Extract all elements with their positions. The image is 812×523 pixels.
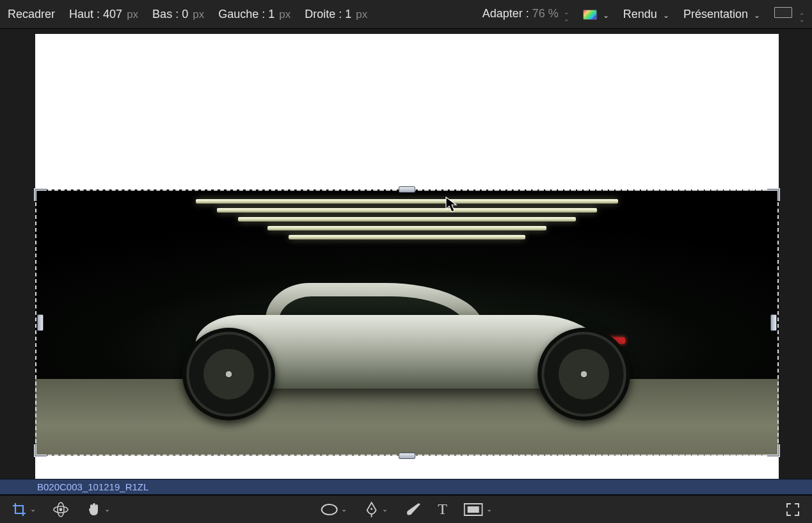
rotate-3d-tool-button[interactable] — [52, 501, 69, 518]
text-tool-button[interactable]: T — [438, 501, 447, 518]
color-wheel-icon — [583, 10, 597, 20]
svg-point-5 — [370, 508, 372, 510]
crop-handle-top[interactable] — [399, 186, 415, 193]
crop-readout-group: Recadrer Haut : 407 px Bas : 0 px Gauche… — [8, 8, 367, 21]
presentation-label: Présentation — [683, 8, 748, 20]
crop-bottom-value[interactable]: 0 — [182, 8, 188, 20]
crop-right-label: Droite : — [305, 8, 342, 20]
crop-right-value[interactable]: 1 — [345, 8, 351, 20]
crop-left-value[interactable]: 1 — [268, 8, 275, 20]
top-toolbar: Recadrer Haut : 407 px Bas : 0 px Gauche… — [0, 0, 812, 29]
crop-handle-right[interactable] — [770, 314, 777, 331]
px-unit: px — [356, 8, 367, 20]
px-unit: px — [279, 8, 291, 20]
crop-bottom-field[interactable]: Bas : 0 px — [152, 8, 204, 21]
px-unit: px — [127, 8, 138, 20]
crop-handle-bottom[interactable] — [399, 453, 415, 459]
crop-tool-button[interactable]: ⌄ — [12, 502, 36, 517]
svg-point-2 — [60, 508, 63, 511]
title-safe-button[interactable]: ⌄ — [464, 503, 492, 516]
chevron-down-icon: ⌄ — [663, 11, 669, 20]
canvas-content — [35, 34, 779, 479]
chevron-down-icon: ⌄ — [754, 11, 760, 20]
presentation-menu[interactable]: Présentation ⌄ — [683, 8, 760, 21]
hand-tool-button[interactable]: ⌄ — [86, 502, 110, 517]
crop-handle-left[interactable] — [37, 314, 44, 331]
pen-tool-button[interactable]: ⌄ — [363, 501, 388, 518]
fit-stepper-icon[interactable]: ⌃⌄ — [564, 13, 569, 21]
crop-left-label: Gauche : — [218, 8, 265, 20]
chevron-down-icon: ⌄ — [382, 505, 388, 513]
aspect-ratio-icon — [774, 7, 792, 18]
bottom-toolbar: ⌄ ⌄ ⌄ ⌄ T ⌄ — [0, 495, 812, 523]
brush-tool-button[interactable] — [404, 502, 421, 517]
fit-value[interactable]: 76 — [532, 7, 545, 20]
aspect-ratio-menu[interactable]: ⌃⌄ — [774, 7, 804, 22]
percent-unit: % — [548, 7, 559, 20]
viewer-canvas[interactable] — [0, 29, 812, 479]
viewer-window: Recadrer Haut : 407 px Bas : 0 px Gauche… — [0, 0, 812, 523]
color-channel-picker[interactable]: ⌄ — [583, 8, 609, 21]
expand-viewer-button[interactable] — [785, 502, 800, 517]
crop-top-field[interactable]: Haut : 407 px — [69, 8, 138, 21]
mask-shape-button[interactable]: ⌄ — [320, 503, 347, 516]
chevron-down-icon: ⌄ — [30, 505, 36, 513]
top-toolbar-right: Adapter : 76 % ⌃⌄ ⌄ Rendu ⌄ Présentation… — [482, 7, 804, 22]
chevron-down-icon: ⌄ — [603, 11, 609, 20]
px-unit: px — [193, 8, 204, 20]
render-label: Rendu — [623, 8, 657, 20]
crop-bottom-label: Bas : — [152, 8, 179, 20]
crop-top-value[interactable]: 407 — [103, 8, 122, 20]
render-menu[interactable]: Rendu ⌄ — [623, 8, 669, 21]
chevron-down-icon: ⌄ — [104, 505, 110, 513]
svg-rect-7 — [468, 506, 479, 513]
clip-name-label: B020C003_101219_R1ZL — [37, 481, 148, 492]
crop-rectangle[interactable] — [35, 189, 779, 456]
crop-handle-top-left[interactable] — [34, 188, 48, 202]
crop-right-field[interactable]: Droite : 1 px — [305, 8, 367, 21]
crop-handle-bottom-left[interactable] — [34, 443, 48, 457]
crop-mode-label[interactable]: Recadrer — [8, 8, 55, 21]
fit-label: Adapter : — [482, 7, 529, 20]
crop-top-label: Haut : — [69, 8, 100, 20]
aspect-stepper-icon[interactable]: ⌃⌄ — [799, 14, 804, 22]
chevron-down-icon: ⌄ — [486, 505, 492, 513]
crop-left-field[interactable]: Gauche : 1 px — [218, 8, 291, 21]
crop-handle-bottom-right[interactable] — [766, 443, 780, 457]
clip-name-bar[interactable]: B020C003_101219_R1ZL — [0, 479, 812, 495]
chevron-down-icon: ⌄ — [341, 505, 347, 513]
fit-zoom-control[interactable]: Adapter : 76 % ⌃⌄ — [482, 7, 569, 21]
svg-point-3 — [321, 504, 337, 515]
crop-handle-top-right[interactable] — [766, 188, 780, 202]
